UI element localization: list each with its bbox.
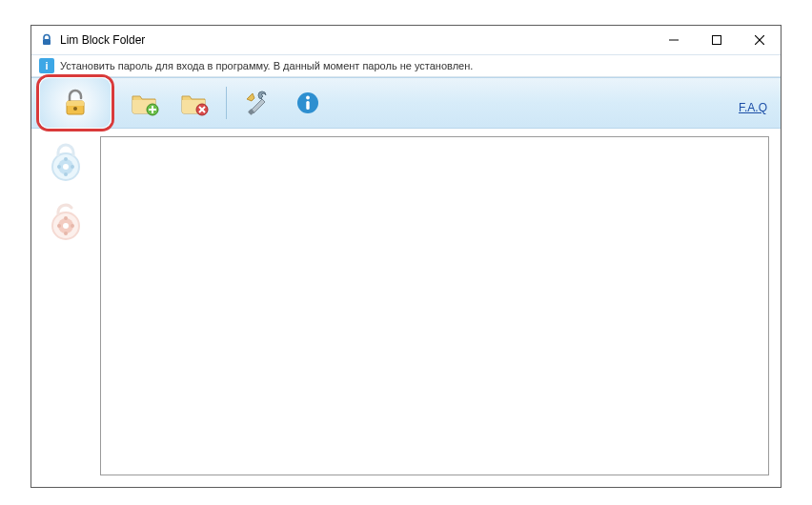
svg-rect-6 bbox=[67, 101, 84, 106]
svg-point-24 bbox=[57, 165, 61, 169]
svg-rect-2 bbox=[712, 36, 721, 45]
app-window: Lim Block Folder i Установить пароль для… bbox=[30, 25, 782, 488]
folder-remove-icon bbox=[180, 90, 209, 116]
lock-dial-red-icon bbox=[45, 201, 87, 243]
svg-rect-18 bbox=[306, 101, 309, 110]
minimize-button[interactable] bbox=[652, 27, 695, 54]
tools-icon bbox=[245, 90, 272, 116]
info-bar: i Установить пароль для входа в программ… bbox=[31, 54, 781, 77]
svg-rect-0 bbox=[43, 39, 51, 45]
faq-link[interactable]: F.A.Q bbox=[739, 101, 767, 114]
titlebar: Lim Block Folder bbox=[31, 26, 781, 54]
maximize-icon bbox=[712, 35, 721, 45]
svg-point-17 bbox=[306, 96, 310, 100]
app-icon bbox=[39, 32, 54, 48]
svg-point-31 bbox=[57, 224, 61, 228]
svg-point-7 bbox=[73, 107, 77, 111]
maximize-button[interactable] bbox=[695, 27, 738, 54]
folder-list[interactable] bbox=[100, 136, 769, 475]
toolbar: F.A.Q bbox=[31, 77, 781, 129]
add-folder-button[interactable] bbox=[123, 83, 167, 123]
settings-button[interactable] bbox=[236, 83, 280, 123]
svg-point-25 bbox=[64, 172, 68, 176]
svg-point-22 bbox=[64, 157, 68, 161]
minimize-icon bbox=[669, 35, 679, 45]
about-button[interactable] bbox=[286, 83, 330, 123]
unlock-all-button[interactable] bbox=[43, 199, 89, 245]
svg-point-28 bbox=[63, 223, 69, 229]
svg-point-29 bbox=[64, 216, 68, 220]
folder-add-icon bbox=[131, 90, 159, 116]
info-message: Установить пароль для входа в программу.… bbox=[60, 60, 473, 71]
sidebar bbox=[31, 129, 100, 487]
info-icon bbox=[295, 91, 320, 115]
svg-point-21 bbox=[63, 164, 69, 170]
lock-dial-blue-icon bbox=[45, 142, 87, 184]
svg-point-32 bbox=[64, 232, 68, 235]
close-icon bbox=[755, 35, 764, 45]
lock-all-button[interactable] bbox=[43, 140, 89, 186]
padlock-open-icon bbox=[58, 86, 92, 120]
window-title: Lim Block Folder bbox=[60, 33, 145, 47]
toolbar-separator bbox=[226, 87, 227, 119]
svg-point-23 bbox=[71, 165, 74, 169]
lock-folder-button[interactable] bbox=[39, 77, 112, 129]
info-icon: i bbox=[39, 58, 54, 73]
svg-point-30 bbox=[71, 224, 74, 228]
remove-folder-button[interactable] bbox=[173, 83, 216, 123]
close-button[interactable] bbox=[738, 27, 781, 54]
content-area bbox=[31, 129, 781, 487]
